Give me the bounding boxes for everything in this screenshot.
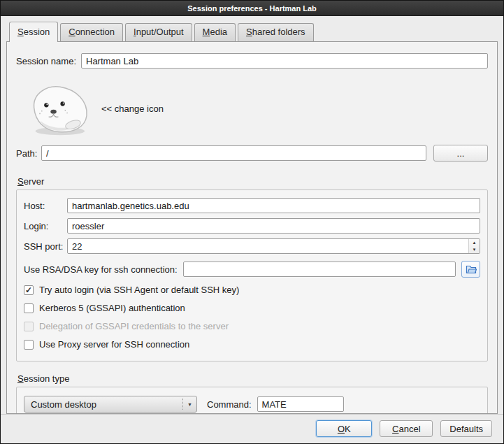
ssh-port-label: SSH port: <box>24 241 67 252</box>
tab-session[interactable]: Session <box>9 22 58 42</box>
proxy-row: ✓ Use Proxy server for SSH connection <box>24 338 480 350</box>
spin-down-icon[interactable]: ▼ <box>469 246 480 253</box>
session-name-label: Session name: <box>16 56 76 66</box>
login-label: Login: <box>24 221 67 231</box>
dialog-footer: OK Cancel Defaults <box>1 414 503 443</box>
change-icon-label: << change icon <box>101 103 164 114</box>
kerberos-checkbox[interactable]: ✓ <box>24 303 34 313</box>
path-browse-button[interactable]: ... <box>433 145 488 162</box>
session-name-row: Session name: <box>16 53 488 69</box>
session-type-dropdown[interactable]: Custom desktop ▼ <box>24 396 197 413</box>
gssapi-delegation-row: ✓ Delegation of GSSAPI credentials to th… <box>24 320 480 332</box>
proxy-checkbox[interactable]: ✓ <box>24 340 34 350</box>
auto-login-checkbox[interactable]: ✓ <box>24 285 34 295</box>
session-type-value: Custom desktop <box>31 399 96 410</box>
window-title: Session preferences - Hartman Lab <box>187 4 317 13</box>
folder-open-icon <box>466 264 477 274</box>
cancel-button[interactable]: Cancel <box>380 420 433 437</box>
tab-media[interactable]: Media <box>194 23 236 41</box>
gssapi-delegation-label: Delegation of GSSAPI credentials to the … <box>39 321 229 331</box>
ssh-port-row: SSH port: ▲ ▼ <box>24 238 480 254</box>
path-label: Path: <box>16 148 41 159</box>
host-input[interactable] <box>67 198 480 213</box>
session-type-groupbox: Custom desktop ▼ Command: <box>16 387 488 414</box>
tab-input-output[interactable]: Input/Output <box>125 23 192 41</box>
session-type-row: Custom desktop ▼ Command: <box>24 396 480 413</box>
defaults-button[interactable]: Defaults <box>440 420 492 437</box>
host-row: Host: <box>24 198 480 213</box>
dialog-body: Session Connection Input/Output Media Sh… <box>1 16 503 443</box>
spinner-buttons: ▲ ▼ <box>468 239 480 253</box>
chevron-down-icon: ▼ <box>182 399 196 410</box>
session-icon-button[interactable] <box>26 80 92 136</box>
rsa-key-input[interactable] <box>183 262 456 277</box>
ok-button[interactable]: OK <box>316 420 372 437</box>
rsa-key-browse-button[interactable] <box>461 261 480 278</box>
host-label: Host: <box>24 201 67 211</box>
command-label: Command: <box>207 399 252 410</box>
path-row: Path: ... <box>16 145 488 162</box>
rsa-key-row: Use RSA/DSA key for ssh connection: <box>24 261 480 278</box>
tab-connection[interactable]: Connection <box>60 23 123 41</box>
spin-up-icon[interactable]: ▲ <box>469 239 480 246</box>
tab-shared-folders[interactable]: Shared folders <box>238 23 314 41</box>
ssh-port-input[interactable] <box>67 238 480 254</box>
kerberos-row: ✓ Kerberos 5 (GSSAPI) authentication <box>24 302 480 314</box>
ssh-port-spinner: ▲ ▼ <box>67 238 480 254</box>
session-type-group-label: Session type <box>17 373 69 384</box>
login-input[interactable] <box>67 218 480 234</box>
session-preferences-dialog: Session preferences - Hartman Lab Sessio… <box>0 0 504 444</box>
server-group-label: Server <box>17 176 44 187</box>
login-row: Login: <box>24 218 480 234</box>
session-icon-row: << change icon <box>26 79 488 138</box>
rsa-key-label: Use RSA/DSA key for ssh connection: <box>24 264 178 275</box>
auto-login-label: Try auto login (via SSH Agent or default… <box>39 285 239 295</box>
kerberos-label: Kerberos 5 (GSSAPI) authentication <box>39 303 185 313</box>
seal-mascot-icon <box>26 80 92 136</box>
titlebar[interactable]: Session preferences - Hartman Lab <box>1 1 503 16</box>
checkmark-icon: ✓ <box>25 286 32 294</box>
session-tab-panel: Session name: <box>6 41 498 414</box>
gssapi-delegation-checkbox: ✓ <box>24 322 34 331</box>
session-name-input[interactable] <box>81 53 488 69</box>
tab-bar: Session Connection Input/Output Media Sh… <box>6 22 498 41</box>
proxy-label: Use Proxy server for SSH connection <box>39 339 189 350</box>
server-groupbox: Host: Login: SSH port: ▲ ▼ <box>16 189 488 361</box>
command-input[interactable] <box>257 396 344 412</box>
path-input[interactable] <box>41 145 426 161</box>
auto-login-row: ✓ Try auto login (via SSH Agent or defau… <box>24 284 480 296</box>
